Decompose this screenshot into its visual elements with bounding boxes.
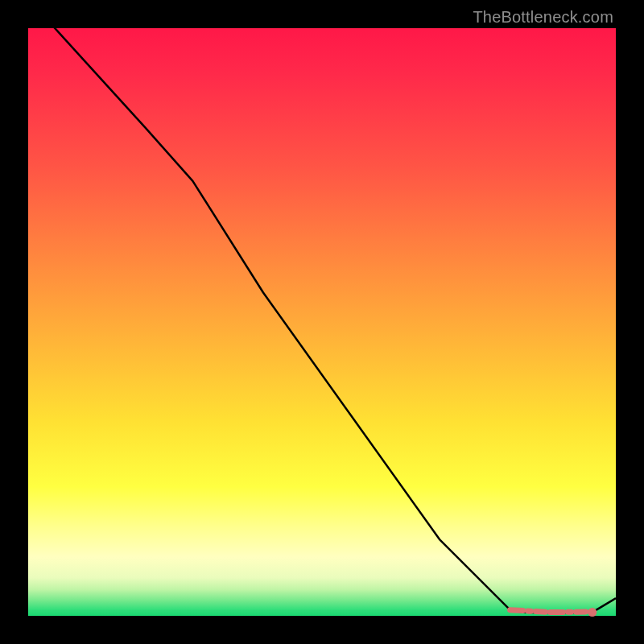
flat-highlight-layer	[510, 608, 597, 617]
plot-area	[28, 28, 616, 616]
curve-svg	[28, 28, 616, 616]
chart-frame: TheBottleneck.com	[0, 0, 644, 644]
watermark-text: TheBottleneck.com	[473, 8, 613, 27]
main-curve	[28, 0, 616, 613]
bottom-flat-highlight	[510, 610, 592, 613]
curve-layer	[28, 0, 616, 613]
bottom-flat-end-dot	[588, 608, 597, 617]
